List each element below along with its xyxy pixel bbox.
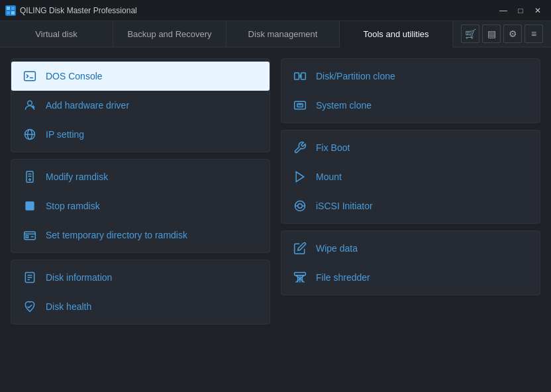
menu-item-dos-console[interactable]: DOS Console [11,62,270,91]
modify-ramdisk-label: Modify ramdisk [46,172,108,182]
svg-rect-18 [26,236,28,238]
menu-item-system-clone[interactable]: System clone [281,91,540,120]
add-hardware-driver-icon [22,97,38,113]
svg-point-6 [28,101,32,105]
svg-rect-0 [7,7,10,10]
iscsi-initiator-icon [292,198,308,214]
menu-item-disk-information[interactable]: Disk information [11,263,270,292]
menu-item-fix-boot[interactable]: Fix Boot [281,133,540,162]
settings-button[interactable]: ⚙ [503,24,522,43]
menu-item-disk-partition-clone[interactable]: Disk/Partition clone [281,62,540,91]
list-icon: ▤ [487,28,496,39]
right-group-2: Fix Boot Mount [281,130,540,224]
cart-icon: 🛒 [465,28,476,39]
tab-tools-utilities[interactable]: Tools and utilities [340,21,453,48]
tab-virtual-disk-label: Virtual disk [35,29,77,39]
disk-partition-clone-icon [292,68,308,84]
tabbar: Virtual disk Backup and Recovery Disk ma… [0,21,551,48]
mount-icon [292,169,308,185]
svg-rect-1 [11,7,15,10]
tab-disk-management-label: Disk management [248,29,318,39]
app-icon [5,5,16,16]
svg-rect-24 [295,73,299,79]
menu-item-ip-setting[interactable]: IP setting [11,120,270,149]
left-group-2: Modify ramdisk Stop ramdisk [11,159,270,253]
tab-backup-recovery[interactable]: Backup and Recovery [113,21,226,46]
svg-rect-35 [295,273,306,275]
menu-item-stop-ramdisk[interactable]: Stop ramdisk [11,191,270,220]
svg-point-32 [298,204,303,209]
wipe-data-label: Wipe data [316,243,358,254]
ip-setting-icon [22,126,38,142]
modify-ramdisk-icon [22,169,38,185]
right-panel: Disk/Partition clone System clone [281,58,540,381]
menu-button[interactable]: ≡ [525,24,543,43]
system-clone-icon [292,97,308,113]
titlebar-left: QILING Disk Master Professional [5,5,137,16]
disk-partition-clone-label: Disk/Partition clone [316,71,395,81]
menu-item-wipe-data[interactable]: Wipe data [281,234,540,263]
right-group-1: Disk/Partition clone System clone [281,58,540,123]
svg-rect-3 [11,11,15,15]
fix-boot-label: Fix Boot [316,142,350,153]
left-panel: DOS Console Add hardware driver [11,58,270,381]
add-hardware-driver-label: Add hardware driver [46,100,129,111]
svg-marker-30 [296,172,304,182]
titlebar: QILING Disk Master Professional — □ ✕ [0,0,551,21]
set-temp-dir-icon [22,227,38,243]
iscsi-initiator-label: iSCSI Initiator [316,201,373,211]
menu-item-file-shredder[interactable]: File shredder [281,263,540,292]
tab-backup-recovery-label: Backup and Recovery [127,29,211,39]
dos-console-icon [22,68,38,84]
file-shredder-label: File shredder [316,272,370,283]
minimize-button[interactable]: — [495,4,511,17]
svg-rect-28 [297,104,303,107]
svg-rect-25 [301,73,306,79]
mount-label: Mount [316,172,342,182]
menu-icon: ≡ [531,28,536,39]
main-content: DOS Console Add hardware driver [0,48,551,392]
fix-boot-icon [292,140,308,156]
tab-disk-management[interactable]: Disk management [226,21,340,46]
app-title: QILING Disk Master Professional [20,6,137,15]
menu-item-set-temp-dir[interactable]: Set temporary directory to ramdisk [11,220,270,250]
right-group-3: Wipe data File shredder [281,230,540,295]
close-button[interactable]: ✕ [530,4,546,17]
menu-item-disk-health[interactable]: Disk health [11,292,270,321]
disk-health-icon [22,299,38,315]
left-group-1: DOS Console Add hardware driver [11,58,270,152]
left-group-3: Disk information Disk health [11,260,270,324]
svg-rect-16 [25,201,34,210]
titlebar-controls: — □ ✕ [495,4,546,17]
stop-ramdisk-label: Stop ramdisk [46,201,100,211]
menu-item-mount[interactable]: Mount [281,162,540,191]
svg-rect-2 [7,11,10,15]
dos-console-label: DOS Console [46,71,103,81]
cart-button[interactable]: 🛒 [461,24,479,43]
tab-tools-utilities-label: Tools and utilities [364,29,429,39]
file-shredder-icon [292,270,308,285]
tab-icon-group: 🛒 ▤ ⚙ ≡ [453,21,551,46]
svg-point-15 [29,179,31,181]
list-button[interactable]: ▤ [482,24,501,43]
menu-item-modify-ramdisk[interactable]: Modify ramdisk [11,162,270,191]
menu-item-iscsi-initiator[interactable]: iSCSI Initiator [281,191,540,220]
disk-information-icon [22,270,38,285]
menu-item-add-hardware-driver[interactable]: Add hardware driver [11,91,270,120]
settings-icon: ⚙ [509,28,517,39]
system-clone-label: System clone [316,100,372,111]
maximize-button[interactable]: □ [513,4,528,17]
tab-virtual-disk[interactable]: Virtual disk [0,21,113,46]
ip-setting-label: IP setting [46,129,84,140]
disk-health-label: Disk health [46,301,91,312]
wipe-data-icon [292,240,308,256]
set-temp-dir-label: Set temporary directory to ramdisk [46,230,187,240]
stop-ramdisk-icon [22,198,38,214]
disk-information-label: Disk information [46,272,112,283]
svg-rect-27 [295,101,306,109]
svg-rect-4 [25,72,36,80]
